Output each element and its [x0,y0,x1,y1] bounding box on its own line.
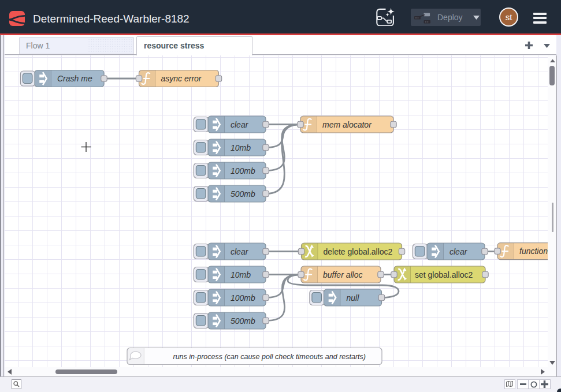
svg-text:clear: clear [231,120,249,129]
svg-text:10mb: 10mb [231,270,251,279]
svg-text:100mb: 100mb [231,293,255,303]
svg-text:delete global.alloc2: delete global.alloc2 [324,247,393,256]
svg-text:buffer alloc: buffer alloc [323,270,362,279]
svg-text:async error: async error [161,74,202,83]
svg-text:mem alocator: mem alocator [322,120,372,129]
svg-text:set global.alloc2: set global.alloc2 [415,270,473,279]
svg-text:null: null [347,293,360,303]
svg-text:clear: clear [449,247,468,256]
svg-text:500mb: 500mb [231,316,255,326]
svg-text:Crash me: Crash me [57,74,92,83]
svg-text:clear: clear [231,247,249,256]
svg-text:100mb: 100mb [231,166,255,176]
svg-text:10mb: 10mb [231,143,251,152]
svg-text:function: function [519,247,548,256]
svg-text:500mb: 500mb [231,189,255,199]
svg-text:runs in-process (can cause pol: runs in-process (can cause poll check ti… [173,353,366,361]
